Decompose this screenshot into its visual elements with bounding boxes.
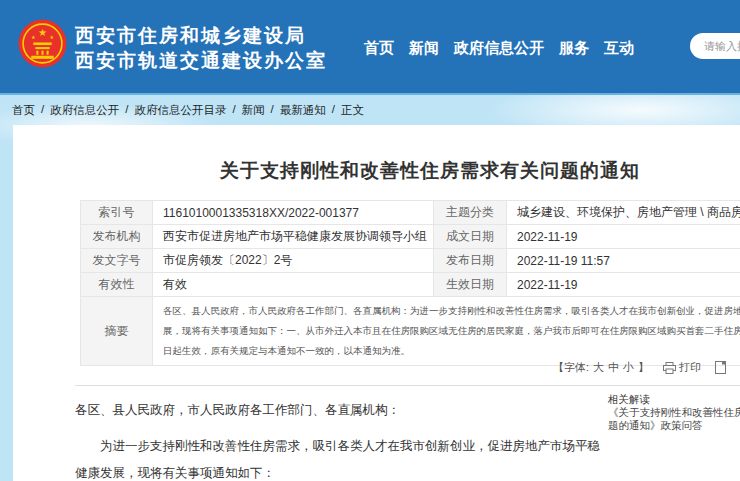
document-meta-table: 索引号 1161010001335318XX/2022-001377 主题分类 … — [80, 200, 740, 366]
page-title: 关于支持刚性和改善性住房需求有关问题的通知 — [60, 158, 740, 184]
nav-home[interactable]: 首页 — [364, 39, 394, 58]
related-link[interactable]: 题的通知》政策问答 — [608, 419, 740, 432]
breadcrumb-separator: / — [332, 103, 335, 118]
breadcrumb-home[interactable]: 首页 — [12, 103, 35, 118]
breadcrumb-separator: / — [271, 103, 274, 118]
page: { "header": { "agency_line1": "西安市住房和城乡建… — [0, 0, 740, 481]
main-nav: 首页 新闻 政府信息公开 服务 互动 — [364, 39, 634, 58]
national-emblem-logo: ★ ★ ★ — [18, 19, 67, 68]
article-body: 各区、县人民政府，市人民政府各工作部门、各直属机构： 为进一步支持刚性和改善性住… — [75, 397, 611, 481]
nav-services[interactable]: 服务 — [559, 39, 589, 58]
svg-text:★: ★ — [31, 34, 36, 40]
table-row: 发布机构 西安市促进房地产市场平稳健康发展协调领导小组 成文日期 2022-11… — [81, 225, 740, 249]
breadcrumb-current: 正文 — [341, 103, 364, 118]
related-panel-title: 相关解读 — [608, 393, 740, 406]
document-icon — [715, 361, 727, 374]
meta-value-issuing-agency: 西安市促进房地产市场平稳健康发展协调领导小组 — [153, 225, 434, 249]
print-button-label: 打印 — [679, 360, 701, 375]
table-row: 摘要 各区、县人民政府，市人民政府各工作部门、各直属机构：为进一步支持刚性和改善… — [81, 297, 740, 366]
font-size-control: 【字体: 大 中 小 】 — [553, 360, 649, 375]
body-paragraph: 为进一步支持刚性和改善性住房需求，吸引各类人才在我市创新创业，促进房地产市场平稳… — [75, 433, 611, 481]
related-interpretation-panel: 相关解读 《关于支持刚性和改善性住房需求有关问 题的通知》政策问答 — [608, 393, 740, 432]
article-toolbar: 【字体: 大 中 小 】 打印 — [553, 360, 727, 375]
breadcrumb-separator: / — [125, 103, 128, 118]
site-title: 西安市住房和城乡建设局 西安市轨道交通建设办公室 — [75, 23, 327, 73]
meta-value-written-date: 2022-11-19 — [507, 225, 740, 249]
meta-value-abstract: 各区、县人民政府，市人民政府各工作部门、各直属机构：为进一步支持刚性和改善性住房… — [153, 297, 740, 366]
search-input[interactable] — [690, 33, 740, 59]
meta-label-issuing-agency: 发布机构 — [81, 225, 153, 249]
meta-label-written-date: 成文日期 — [434, 225, 507, 249]
breadcrumb-separator: / — [41, 103, 44, 118]
article-card: 关于支持刚性和改善性住房需求有关问题的通知 索引号 11610100013353… — [13, 125, 740, 481]
meta-value-validity: 有效 — [153, 273, 434, 297]
breadcrumb: 首页 / 政府信息公开 / 政府信息公开目录 / 新闻 / 最新通知 / 正文 — [12, 103, 364, 118]
meta-value-effective-date: 2022-11-19 — [507, 273, 740, 297]
meta-value-index-number: 1161010001335318XX/2022-001377 — [153, 201, 434, 225]
font-size-suffix: 】 — [638, 360, 649, 375]
meta-label-abstract: 摘要 — [81, 297, 153, 366]
content-divider — [75, 385, 740, 386]
printer-icon — [663, 362, 676, 374]
meta-label-effective-date: 生效日期 — [434, 273, 507, 297]
site-header: ★ ★ ★ 西安市住房和城乡建设局 西安市轨道交通建设办公室 首页 新闻 政府信… — [0, 0, 740, 95]
breadcrumb-gov-info[interactable]: 政府信息公开 — [50, 103, 119, 118]
nav-news[interactable]: 新闻 — [409, 39, 439, 58]
meta-label-doc-number: 发文字号 — [81, 249, 153, 273]
font-size-prefix: 【字体: — [553, 360, 589, 375]
abstract-line: 展，现将有关事项通知如下：一、从市外迁入本市且在住房限购区域无住房的居民家庭，落… — [163, 321, 740, 341]
agency-name-line2: 西安市轨道交通建设办公室 — [75, 48, 327, 73]
nav-interact[interactable]: 互动 — [604, 39, 634, 58]
table-row: 索引号 1161010001335318XX/2022-001377 主题分类 … — [81, 201, 740, 225]
meta-value-publish-date: 2022-11-19 11:57 — [507, 249, 740, 273]
font-size-large-button[interactable]: 大 — [593, 360, 604, 375]
meta-value-doc-number: 市促房领发〔2022〕2号 — [153, 249, 434, 273]
nav-gov-info[interactable]: 政府信息公开 — [454, 39, 544, 58]
meta-value-topic-category: 城乡建设、环境保护、房地产管理 \ 商品房 — [507, 201, 740, 225]
print-button[interactable]: 打印 — [663, 360, 701, 375]
breadcrumb-news[interactable]: 新闻 — [242, 103, 265, 118]
abstract-line: 各区、县人民政府，市人民政府各工作部门、各直属机构：为进一步支持刚性和改善性住房… — [163, 301, 740, 321]
table-row: 发文字号 市促房领发〔2022〕2号 发布日期 2022-11-19 11:57 — [81, 249, 740, 273]
related-link[interactable]: 《关于支持刚性和改善性住房需求有关问 — [608, 406, 740, 419]
save-doc-button[interactable] — [715, 361, 727, 374]
font-size-medium-button[interactable]: 中 — [608, 360, 619, 375]
font-size-small-button[interactable]: 小 — [623, 360, 634, 375]
body-paragraph: 各区、县人民政府，市人民政府各工作部门、各直属机构： — [75, 397, 611, 424]
meta-label-validity: 有效性 — [81, 273, 153, 297]
agency-name-line1: 西安市住房和城乡建设局 — [75, 23, 327, 48]
breadcrumb-separator: / — [232, 103, 235, 118]
meta-label-index-number: 索引号 — [81, 201, 153, 225]
meta-label-topic-category: 主题分类 — [434, 201, 507, 225]
breadcrumb-gov-info-catalog[interactable]: 政府信息公开目录 — [134, 103, 226, 118]
table-row: 有效性 有效 生效日期 2022-11-19 — [81, 273, 740, 297]
abstract-line: 日起生效，原有关规定与本通知不一致的，以本通知为准。 — [163, 341, 740, 361]
meta-label-publish-date: 发布日期 — [434, 249, 507, 273]
svg-text:★: ★ — [38, 27, 47, 38]
svg-text:★: ★ — [49, 34, 54, 40]
breadcrumb-latest-notices[interactable]: 最新通知 — [280, 103, 326, 118]
